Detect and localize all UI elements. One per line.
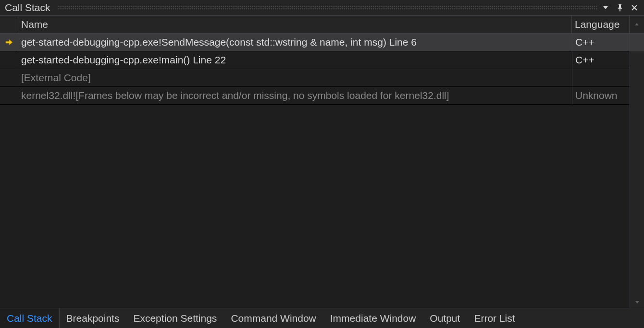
tab-command-window[interactable]: Command Window (224, 308, 323, 328)
frame-language: C++ (572, 51, 630, 69)
header-language[interactable]: Language (572, 16, 630, 34)
header-name[interactable]: Name (18, 16, 572, 34)
table-header-row: Name Language (0, 16, 644, 34)
stack-frame-row[interactable]: [External Code] (0, 69, 644, 87)
tab-breakpoints[interactable]: Breakpoints (60, 308, 127, 328)
title-icon-group (601, 3, 644, 12)
panel-title: Call Stack (5, 0, 50, 15)
frame-icon-empty (0, 87, 18, 105)
frame-icon-empty (0, 69, 18, 87)
tab-call-stack[interactable]: Call Stack (0, 308, 60, 328)
scroll-up-icon[interactable] (630, 16, 644, 34)
scroll-down-icon[interactable] (630, 105, 644, 308)
frame-language: Unknown (572, 87, 630, 105)
bottom-tab-strip: Call Stack Breakpoints Exception Setting… (0, 308, 644, 328)
tab-error-list[interactable]: Error List (467, 308, 522, 328)
frame-language: C++ (572, 34, 630, 51)
current-frame-arrow-icon (0, 34, 18, 51)
panel-title-bar: Call Stack (0, 0, 644, 15)
tab-exception-settings[interactable]: Exception Settings (126, 308, 224, 328)
frame-name: kernel32.dll![Frames below may be incorr… (18, 87, 572, 105)
scrollbar-track[interactable] (630, 51, 644, 69)
title-grip[interactable] (57, 5, 597, 10)
frame-name: get-started-debugging-cpp.exe!main() Lin… (18, 51, 572, 69)
close-icon[interactable] (630, 3, 639, 12)
stack-frame-row[interactable]: get-started-debugging-cpp.exe!main() Lin… (0, 51, 644, 69)
call-stack-panel: Call Stack Name Language (0, 0, 644, 328)
frame-icon-empty (0, 51, 18, 69)
window-position-dropdown-icon[interactable] (601, 3, 610, 12)
header-icon-col[interactable] (0, 16, 18, 34)
scrollbar-track[interactable] (630, 34, 644, 51)
frame-name: get-started-debugging-cpp.exe!SendMessag… (18, 34, 572, 51)
scrollbar-track[interactable] (630, 87, 644, 105)
table-empty-area (0, 105, 644, 308)
frame-language (572, 69, 630, 87)
stack-frame-row[interactable]: kernel32.dll![Frames below may be incorr… (0, 87, 644, 105)
pin-icon[interactable] (615, 3, 625, 12)
frame-name: [External Code] (18, 69, 572, 87)
stack-frame-row[interactable]: get-started-debugging-cpp.exe!SendMessag… (0, 34, 644, 51)
scrollbar-track[interactable] (630, 69, 644, 87)
call-stack-table: Name Language get-started-debugging-cpp.… (0, 15, 644, 308)
tab-immediate-window[interactable]: Immediate Window (323, 308, 423, 328)
tab-output[interactable]: Output (423, 308, 467, 328)
